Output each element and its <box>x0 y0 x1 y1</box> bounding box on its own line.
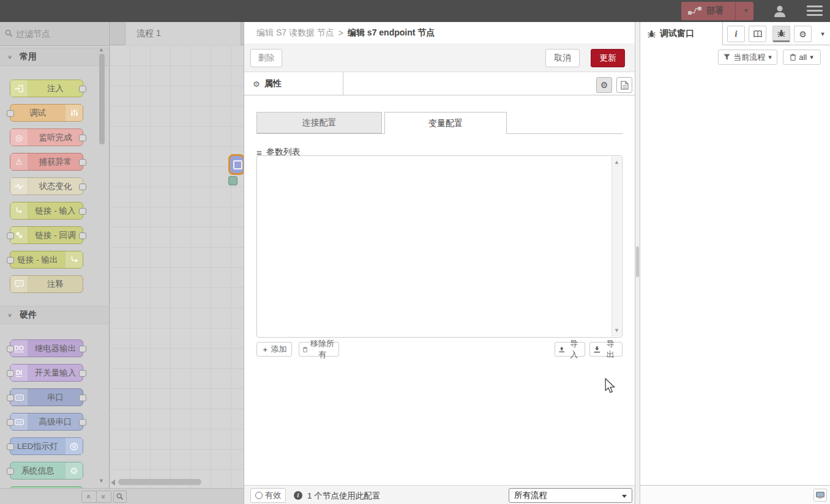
palette-node-complete[interactable]: ◎ 监听完成 <box>10 128 83 146</box>
subtab-variables[interactable]: 变量配置 <box>384 112 507 134</box>
input-port <box>7 110 14 117</box>
main-menu-icon[interactable] <box>807 6 823 16</box>
node-red-editor: 部署 ▾ ∨ 常用 注入 调试 ◎ 监听完成 <box>0 0 830 504</box>
cancel-button[interactable]: 取消 <box>545 49 580 67</box>
palette-node-status[interactable]: 状态变化 <box>10 177 83 195</box>
breadcrumb: 编辑 S7 读数据 节点 > 编辑 s7 endpoint 节点 <box>244 22 635 44</box>
bug-icon <box>648 30 656 38</box>
palette-node-comment[interactable]: 注释 <box>10 275 83 293</box>
tab-properties[interactable]: ⚙ 属性 <box>244 72 343 95</box>
deploy-button[interactable]: 部署 ▾ <box>681 2 753 20</box>
scroll-down-icon[interactable]: ▼ <box>614 328 619 333</box>
list-scrollbar[interactable]: ▲ ▼ <box>611 157 621 336</box>
caret-down-icon: ▾ <box>810 53 813 61</box>
search-input[interactable] <box>15 27 97 40</box>
scope-select[interactable]: 所有流程 <box>509 488 632 503</box>
bug-icon <box>777 29 785 37</box>
palette-node-catch[interactable]: ⚠ 捕获异常 <box>10 153 83 171</box>
input-port <box>7 232 14 239</box>
delete-button[interactable]: 删除 <box>250 49 282 67</box>
edit-tray: 编辑 S7 读数据 节点 > 编辑 s7 endpoint 节点 删除 取消 更… <box>244 22 635 504</box>
gear-icon: ⚙ <box>600 80 608 90</box>
node-settings-button[interactable]: ⚙ <box>596 77 612 93</box>
palette-scroll-up-icon[interactable]: ▲ <box>99 47 104 53</box>
deploy-caret-icon[interactable]: ▾ <box>744 6 748 15</box>
help-tab-button[interactable] <box>749 26 766 42</box>
flow-tab[interactable]: 流程 1 <box>125 22 241 45</box>
import-button[interactable]: 导入 <box>555 342 585 357</box>
palette: ∨ 常用 注入 调试 ◎ 监听完成 ⚠ 捕获异常 状态变化 <box>0 22 110 488</box>
deploy-icon <box>688 7 701 15</box>
gear-icon: ⚙ <box>253 80 260 89</box>
debug-clear-button[interactable]: all ▾ <box>783 50 821 65</box>
palette-node-inject[interactable]: 注入 <box>10 80 83 97</box>
target-icon: ◎ <box>10 129 28 146</box>
input-port <box>7 346 14 352</box>
palette-node-relay-output[interactable]: DO 继电器输出 <box>10 339 83 357</box>
breadcrumb-parent[interactable]: 编辑 S7 读数据 节点 <box>256 28 334 39</box>
palette-node-serial-advanced[interactable]: 高级串口 <box>10 413 83 431</box>
zoom-search-button[interactable] <box>113 491 127 503</box>
subtab-connection[interactable]: 连接配置 <box>256 112 382 133</box>
link-icon <box>10 202 28 219</box>
input-port <box>7 443 14 450</box>
update-button[interactable]: 更新 <box>591 49 625 67</box>
hscroll-left-icon[interactable] <box>111 480 115 486</box>
config-nodes-tab-button[interactable]: ⚙ <box>794 26 812 42</box>
canvas-hscrollbar[interactable] <box>118 479 201 485</box>
sidebar-menu-caret[interactable]: ▾ <box>817 26 829 42</box>
palette-scroll-down-icon[interactable]: ▼ <box>99 478 104 484</box>
selected-node-s7-read[interactable] <box>228 154 244 175</box>
debug-message-list <box>640 68 830 485</box>
add-param-button[interactable]: ＋添加 <box>256 342 292 357</box>
enabled-toggle-button[interactable]: 有效 <box>250 488 286 503</box>
tab-debug[interactable]: 调试窗口 <box>640 22 723 45</box>
user-icon[interactable] <box>773 4 787 18</box>
scroll-up-icon[interactable]: ▲ <box>614 160 619 165</box>
output-port <box>79 395 86 401</box>
palette-node-link-call[interactable]: 链接 - 回调 <box>10 226 83 244</box>
radio-circle-icon <box>255 492 263 499</box>
book-icon <box>753 30 762 38</box>
tray-scrollbar-thumb[interactable] <box>636 246 639 277</box>
params-list[interactable]: ▲ ▼ <box>256 155 622 338</box>
input-port <box>7 370 14 377</box>
palette-node-link-out[interactable]: 链接 - 输出 <box>10 251 83 269</box>
search-icon <box>116 493 124 500</box>
open-debug-window-button[interactable] <box>813 489 827 502</box>
info-tab-button[interactable]: i <box>727 26 745 42</box>
category-hardware[interactable]: ∨ 硬件 <box>0 306 108 324</box>
output-port <box>79 183 86 190</box>
node-description-button[interactable] <box>616 77 632 93</box>
palette-node-digital-input[interactable]: DI 开关量输入 <box>10 364 83 382</box>
debug-sidebar: 调试窗口 i ⚙ ▾ 当前流程 ▾ all ▾ <box>640 22 830 504</box>
node-icon <box>233 160 242 169</box>
monitor-icon <box>816 492 824 499</box>
palette-scrollbar[interactable] <box>99 54 105 144</box>
palette-node-led[interactable]: LED指示灯 <box>10 437 83 455</box>
palette-search[interactable] <box>0 22 108 46</box>
export-button[interactable]: 导出 <box>589 342 622 357</box>
palette-node-debug[interactable]: 调试 <box>10 104 83 122</box>
collapse-all-button[interactable]: « <box>81 491 97 503</box>
canvas-node-small[interactable] <box>228 176 237 185</box>
category-common[interactable]: ∨ 常用 <box>0 48 108 66</box>
warning-icon: ⚠ <box>10 154 28 170</box>
debug-filter-button[interactable]: 当前流程 ▾ <box>718 50 777 65</box>
expand-all-button[interactable]: » <box>96 491 111 503</box>
output-port <box>79 419 86 426</box>
link-icon <box>65 251 83 268</box>
palette-node-serial[interactable]: 串口 <box>10 388 83 406</box>
tray-content: 连接配置 变量配置 ≡ 参数列表 ▲ ▼ ＋添加 移除所有 <box>244 95 635 485</box>
debug-toolbar: 当前流程 ▾ all ▾ <box>640 45 830 68</box>
search-icon <box>5 29 13 37</box>
debug-tab-button[interactable] <box>772 26 790 42</box>
palette-node-link-in[interactable]: 链接 - 输入 <box>10 202 83 220</box>
caret-down-icon: ▾ <box>821 30 824 38</box>
remove-all-button[interactable]: 移除所有 <box>299 342 339 357</box>
config-subtabs: 连接配置 变量配置 <box>256 112 623 134</box>
palette-node-sysinfo[interactable]: ⚙ 系统信息 <box>10 462 83 480</box>
workspace-canvas[interactable] <box>109 45 244 488</box>
header-bar: 部署 ▾ <box>0 0 830 22</box>
led-bulb-icon <box>65 438 83 454</box>
